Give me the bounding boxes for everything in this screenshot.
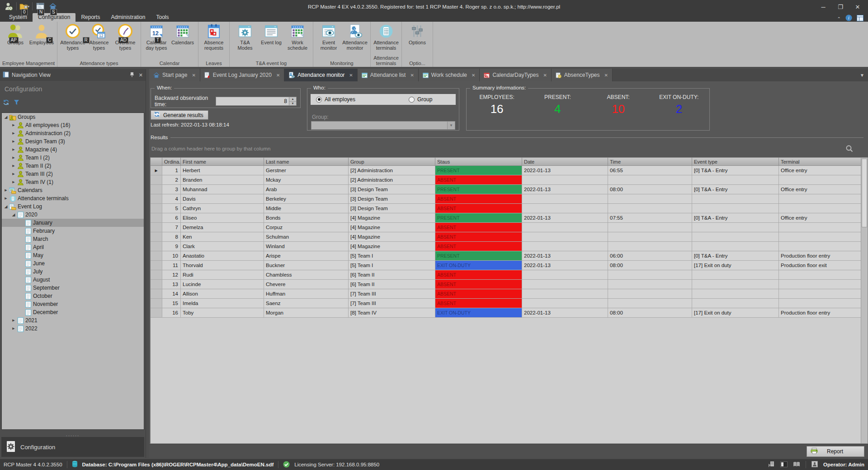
collapsed-icon[interactable]: ▶ bbox=[11, 327, 16, 330]
tree-item-magazine-4[interactable]: ▶Magazine (4) bbox=[2, 146, 144, 154]
doc-tab-work-schedule[interactable]: Work schedule✕ bbox=[419, 69, 480, 81]
tree-item-team-ii-2[interactable]: ▶Team II (2) bbox=[2, 162, 144, 170]
table-row[interactable]: 9ClarkWinland[4] MagazineABSENT bbox=[151, 242, 861, 251]
column-header-first-name[interactable]: First name bbox=[181, 158, 264, 166]
table-row[interactable]: 5CathrynMiddle[3] Design TeamABSENT bbox=[151, 204, 861, 213]
expanded-icon[interactable]: ◢ bbox=[11, 212, 16, 217]
table-row[interactable]: 10AnastatioArispe[5] Team IPRESENT2022-0… bbox=[151, 251, 861, 261]
scrollbar-thumb[interactable] bbox=[862, 159, 867, 227]
tree-item-2021[interactable]: ▶2021 bbox=[2, 316, 144, 324]
start-page-icon[interactable]: S bbox=[48, 2, 58, 11]
new-window-icon[interactable]: N bbox=[35, 2, 45, 11]
table-row[interactable]: 15ImeldaSaenz[7] Team IIIABSENT bbox=[151, 299, 861, 308]
collapse-ribbon-icon[interactable]: ⌃ bbox=[837, 16, 841, 21]
collapsed-icon[interactable]: ▶ bbox=[11, 164, 16, 168]
table-row[interactable]: 13LucindeChevere[6] Team IIABSENT bbox=[151, 280, 861, 289]
database-menu-icon[interactable]: ▾ 0 bbox=[19, 2, 29, 11]
close-tab-icon[interactable]: ✕ bbox=[410, 73, 414, 78]
ribbon-button-t-a-modes[interactable]: T&A Modes bbox=[232, 24, 258, 51]
ribbon-tab-tools[interactable]: Tools bbox=[151, 13, 174, 22]
tree-item-2020[interactable]: ◢2020 bbox=[2, 211, 144, 219]
tree-item-october[interactable]: October bbox=[2, 292, 144, 300]
ribbon-button-work-schedule[interactable]: Work schedule bbox=[285, 24, 310, 51]
collapsed-icon[interactable]: ▶ bbox=[11, 180, 16, 184]
log-book-icon[interactable] bbox=[793, 461, 800, 468]
groupby-bar[interactable]: Drag a column header here to group by th… bbox=[149, 142, 863, 155]
table-row[interactable]: 11ThorvaldBuckner[5] Team IEXIT ON-DUTY2… bbox=[151, 261, 861, 270]
collapsed-icon[interactable]: ▶ bbox=[11, 319, 16, 322]
tree-item-2022[interactable]: ▶2022 bbox=[2, 324, 144, 333]
ribbon-button-event-monitor[interactable]: Event monitor bbox=[316, 24, 341, 51]
table-row[interactable]: 3MuhannadArab[3] Design TeamPRESENT2022-… bbox=[151, 185, 861, 194]
doc-tab-start-page[interactable]: Start page✕ bbox=[149, 69, 200, 81]
doc-tab-attendance-list[interactable]: Attendance list✕ bbox=[358, 69, 419, 81]
expanded-icon[interactable]: ◢ bbox=[4, 115, 8, 119]
ribbon-button-absence-types[interactable]: 12Absence types bbox=[86, 24, 112, 51]
tree-item-may[interactable]: May bbox=[2, 251, 144, 259]
tree-item-april[interactable]: April bbox=[2, 243, 144, 251]
collapsed-icon[interactable]: ▶ bbox=[4, 188, 8, 192]
tree-item-team-i-2[interactable]: ▶Team I (2) bbox=[2, 154, 144, 162]
tree-item-attendance-terminals[interactable]: ▶Attendance terminals bbox=[2, 194, 144, 202]
doc-tab-event-log-january-2020[interactable]: Event Log January 2020✕ bbox=[200, 69, 285, 81]
tree-item-event-log[interactable]: ◢Event Log bbox=[2, 202, 144, 211]
collapsed-icon[interactable]: ▶ bbox=[11, 156, 16, 160]
tree-item-design-team-3[interactable]: ▶Design Team (3) bbox=[2, 137, 144, 146]
radio-all-employees[interactable]: All employes bbox=[316, 96, 355, 103]
table-row[interactable]: 14AllisonHuffman[7] Team IIIABSENT bbox=[151, 289, 861, 299]
close-tab-icon[interactable]: ✕ bbox=[349, 73, 353, 78]
expanded-icon[interactable]: ◢ bbox=[4, 204, 8, 209]
close-tab-icon[interactable]: ✕ bbox=[543, 73, 547, 78]
ribbon-button-attendance-terminals[interactable]: Attendance terminals bbox=[373, 24, 399, 51]
tree-item-august[interactable]: August bbox=[2, 276, 144, 284]
tree-item-july[interactable]: July bbox=[2, 268, 144, 276]
column-header-date[interactable]: Date bbox=[522, 158, 608, 166]
ribbon-button-calendars[interactable]: Calendars bbox=[170, 24, 195, 45]
spinner-up-icon[interactable]: ▲ bbox=[289, 97, 296, 102]
tree-item-march[interactable]: March bbox=[2, 235, 144, 243]
doc-tab-attendance-monitor[interactable]: Attendance monitor✕ bbox=[284, 69, 357, 81]
refresh-tree-icon[interactable] bbox=[3, 99, 9, 107]
column-header-ordina[interactable]: Ordina... bbox=[162, 158, 181, 166]
collapsed-icon[interactable]: ▶ bbox=[11, 132, 16, 135]
tab-list-chevron-icon[interactable]: ▼ bbox=[860, 69, 868, 81]
table-row[interactable]: 7DemelzaCorpuz[4] MagazineABSENT bbox=[151, 223, 861, 232]
window-layout-icon[interactable] bbox=[857, 15, 863, 23]
close-tab-icon[interactable]: ✕ bbox=[604, 73, 608, 78]
close-tab-icon[interactable]: ✕ bbox=[276, 73, 280, 78]
tree-item-december[interactable]: December bbox=[2, 308, 144, 316]
column-header-last-name[interactable]: Last name bbox=[264, 158, 349, 166]
ribbon-button-attendance-types[interactable]: Attendance types bbox=[60, 24, 85, 51]
doc-tab-calendardaytypes[interactable]: CalendarDayTypes✕ bbox=[480, 69, 551, 81]
column-header-staus[interactable]: Staus bbox=[435, 158, 522, 166]
pin-icon[interactable] bbox=[130, 72, 134, 79]
generate-results-button[interactable]: Generate results bbox=[151, 110, 208, 120]
search-icon[interactable] bbox=[845, 145, 854, 153]
backward-observation-input[interactable] bbox=[216, 97, 289, 106]
tree-item-groups[interactable]: ◢Groups bbox=[2, 113, 144, 121]
table-row[interactable]: 6EliseoBonds[4] MagazinePRESENT2022-01-1… bbox=[151, 213, 861, 223]
table-row[interactable]: 12RudiChambless[6] Team IIABSENT bbox=[151, 270, 861, 280]
print-log-icon[interactable] bbox=[768, 461, 775, 469]
tree-item-january[interactable]: January bbox=[2, 219, 144, 227]
ribbon-tab-administration[interactable]: Administration bbox=[105, 13, 151, 22]
tree-item-team-iii-2[interactable]: ▶Team III (2) bbox=[2, 170, 144, 178]
table-row[interactable]: ▶1HerbertGerstner[2] AdministractionPRES… bbox=[151, 166, 861, 175]
collapsed-icon[interactable]: ▶ bbox=[11, 123, 16, 127]
ribbon-button-attendance-monitor[interactable]: Attendance monitor bbox=[342, 24, 368, 51]
close-tab-icon[interactable]: ✕ bbox=[472, 73, 475, 78]
spinner-buttons[interactable]: ▲▼ bbox=[289, 97, 297, 106]
close-panel-icon[interactable]: ✕ bbox=[139, 72, 143, 78]
close-tab-icon[interactable]: ✕ bbox=[192, 73, 195, 78]
tree-item-calendars[interactable]: ▶Calendars bbox=[2, 186, 144, 194]
collapsed-icon[interactable]: ▶ bbox=[11, 148, 16, 151]
column-header-terminal[interactable]: Terminal bbox=[779, 158, 861, 166]
about-icon[interactable]: i bbox=[845, 14, 852, 23]
tree-item-september[interactable]: September bbox=[2, 284, 144, 292]
column-header-event-type[interactable]: Event type bbox=[692, 158, 779, 166]
tree-item-team-iv-1[interactable]: ▶Team IV (1) bbox=[2, 178, 144, 186]
ribbon-tab-reports[interactable]: Reports bbox=[75, 13, 105, 22]
ribbon-button-absence-requests[interactable]: Absence requests bbox=[201, 24, 226, 51]
doc-tab-absencetypes[interactable]: AbsenceTypes✕ bbox=[552, 69, 613, 81]
minimize-button[interactable]: ─ bbox=[816, 1, 831, 12]
